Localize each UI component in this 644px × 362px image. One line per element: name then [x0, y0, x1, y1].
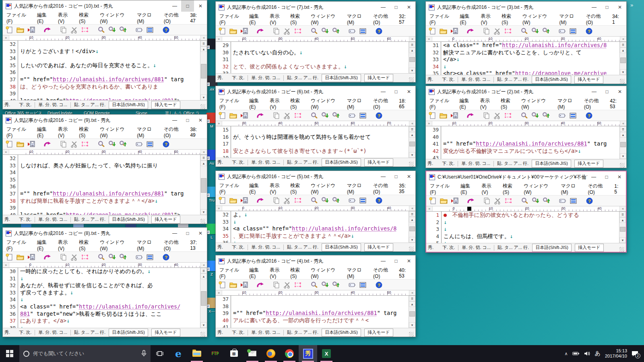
status-word-ops[interactable]: 単. 分. 切. コ...: [38, 102, 67, 108]
menu-window[interactable]: ウィンドウ(W): [311, 267, 342, 279]
minimize-button[interactable]: —: [587, 171, 600, 183]
menu-edit[interactable]: 編集(E): [37, 126, 53, 138]
save-icon[interactable]: [450, 112, 458, 119]
input-mode-indicator[interactable]: 挿入モード: [151, 216, 180, 224]
menu-search[interactable]: 検索(S): [501, 97, 516, 110]
cut-icon[interactable]: [493, 112, 501, 119]
menu-window[interactable]: ウィンドウ(W): [524, 183, 555, 195]
menu-edit[interactable]: 編集(E): [37, 12, 53, 24]
status-edit-ops[interactable]: 貼. タ... ア... 行.: [497, 245, 529, 251]
hyperlink-text[interactable]: http://ulanaishi.info/archives/881: [53, 190, 164, 197]
resize-grip[interactable]: [200, 219, 205, 224]
taskbar-app-ffftp[interactable]: FTP: [206, 345, 225, 362]
open-folder-icon[interactable]: [440, 27, 447, 35]
ruler-right-button[interactable]: «: [620, 121, 626, 126]
resize-grip[interactable]: [200, 104, 205, 109]
tag-icon[interactable]: [135, 253, 143, 261]
help-icon[interactable]: ?: [585, 27, 593, 35]
start-button[interactable]: [0, 345, 19, 362]
split-window-icon[interactable]: [146, 253, 154, 261]
cut-icon[interactable]: [494, 197, 502, 205]
minimize-button[interactable]: —: [168, 0, 181, 12]
encoding-indicator[interactable]: 日本語(Shift-JIS): [532, 244, 572, 252]
status-search-nav[interactable]: 下. 次.: [19, 329, 31, 335]
search-down-icon[interactable]: [108, 253, 116, 261]
microphone-icon[interactable]: [141, 350, 147, 357]
copy-icon[interactable]: [60, 26, 67, 34]
split-window-icon[interactable]: [146, 26, 154, 34]
text-area[interactable]: しなければ、奥さんが妊娠したって、辛い気持ちに振り="" href="http:…: [18, 155, 200, 215]
maximize-button[interactable]: □: [390, 171, 402, 182]
clock[interactable]: 15:13 2017/04/10: [605, 348, 627, 359]
search-down-icon[interactable]: [531, 112, 539, 119]
vertical-scrollbar[interactable]: ≣ ▲ ▼: [200, 41, 207, 100]
text-area[interactable]: <a class="" href="http://ulanaishi.info/…: [441, 42, 619, 75]
ruler-left-button[interactable]: »: [426, 206, 433, 211]
search-down-icon[interactable]: [321, 27, 329, 35]
menu-file[interactable]: ファイル(F): [429, 13, 455, 25]
vertical-scrollbar[interactable]: ≣ ▲ ▼: [409, 126, 415, 158]
save-icon[interactable]: [240, 281, 248, 289]
scroll-down-arrow[interactable]: ▼: [200, 322, 207, 328]
menu-window[interactable]: ウィンドウ(W): [521, 97, 552, 110]
new-file-icon[interactable]: [219, 27, 226, 35]
menu-other[interactable]: その他(O): [373, 267, 394, 279]
undo-icon[interactable]: [466, 27, 474, 35]
input-mode-indicator[interactable]: 挿入モード: [364, 329, 393, 337]
search-up-icon[interactable]: [119, 26, 127, 34]
encoding-indicator[interactable]: 日本語(Shift-JIS): [109, 329, 148, 337]
text-area[interactable]: ● 不倫相手に別の彼女がいるとわかったら、どうする↓↓こんにちは、但馬檀です。↓…: [442, 212, 619, 243]
undo-icon[interactable]: [43, 26, 51, 34]
menu-view[interactable]: 表示(V): [270, 267, 285, 279]
menu-edit[interactable]: 編集(E): [249, 182, 264, 195]
ruler-right-button[interactable]: «: [409, 37, 415, 41]
scrollbar-thumb[interactable]: [201, 291, 206, 306]
resize-grip[interactable]: [200, 332, 205, 337]
scrollbar-track[interactable]: [619, 223, 626, 237]
tag-icon[interactable]: [348, 27, 356, 35]
help-icon[interactable]: ?: [375, 27, 383, 35]
minimize-button[interactable]: —: [168, 228, 181, 239]
vertical-scrollbar[interactable]: ≣ ▲ ▼: [619, 126, 626, 159]
menu-macro[interactable]: マクロ(M): [559, 13, 581, 25]
outline-button[interactable]: ≣: [620, 42, 626, 47]
scrollbar-track[interactable]: [200, 52, 207, 95]
tag-icon[interactable]: [558, 27, 566, 35]
menu-other[interactable]: その他(O): [164, 239, 185, 251]
search-down-icon[interactable]: [321, 112, 329, 119]
box-select-icon[interactable]: [294, 281, 302, 289]
status-word-ops[interactable]: 単. 分. 切. コ...: [461, 76, 490, 82]
new-file-icon[interactable]: [429, 197, 437, 205]
menu-edit[interactable]: 編集(E): [249, 97, 264, 110]
maximize-button[interactable]: □: [390, 86, 402, 97]
cut-icon[interactable]: [283, 197, 291, 204]
ruler-left-button[interactable]: »: [216, 290, 222, 295]
scroll-down-arrow[interactable]: ▼: [619, 237, 626, 243]
menu-file[interactable]: ファイル(F): [6, 239, 32, 251]
maximize-button[interactable]: □: [181, 0, 194, 12]
hyperlink-text[interactable]: http://ulanaishi.info/archives/8: [502, 42, 607, 48]
scrollbar-thumb[interactable]: [201, 64, 206, 78]
menu-file[interactable]: ファイル(F): [429, 97, 454, 110]
new-file-icon[interactable]: [6, 140, 13, 148]
menu-file[interactable]: ファイル(F): [6, 126, 32, 138]
status-edit-ops[interactable]: 貼. タ... ア... 行.: [287, 329, 318, 335]
text-area[interactable]: 一時的に戻ったとしても、それはかりそめのもの。↓↓あなたが、執着せずに彼を信じる…: [18, 268, 200, 328]
taskbar-app-file-explorer[interactable]: [188, 345, 206, 362]
outline-button[interactable]: ≣: [620, 126, 626, 132]
ruler-right-button[interactable]: «: [619, 206, 626, 211]
ruler-right-button[interactable]: «: [200, 35, 207, 40]
status-search-nav[interactable]: 下. 次.: [19, 102, 31, 108]
undo-icon[interactable]: [43, 140, 51, 148]
menu-window[interactable]: ウィンドウ(W): [311, 182, 342, 195]
status-hide[interactable]: 秀.: [427, 160, 433, 167]
window-titlebar[interactable]: 人気記事から作成2016 - コピー (5).txt - 秀丸 — □ ✕: [216, 171, 415, 182]
ruler-right-button[interactable]: «: [409, 206, 415, 211]
split-window-icon[interactable]: [146, 140, 154, 148]
scroll-down-arrow[interactable]: ▼: [620, 69, 626, 75]
hyperlink-text[interactable]: http://ulanaishi.info/archives/: [79, 303, 180, 310]
menu-macro[interactable]: マクロ(M): [561, 183, 583, 195]
encoding-indicator[interactable]: 日本語(Shift-JIS): [322, 243, 361, 251]
undo-icon[interactable]: [43, 253, 51, 261]
open-folder-icon[interactable]: [17, 253, 24, 261]
